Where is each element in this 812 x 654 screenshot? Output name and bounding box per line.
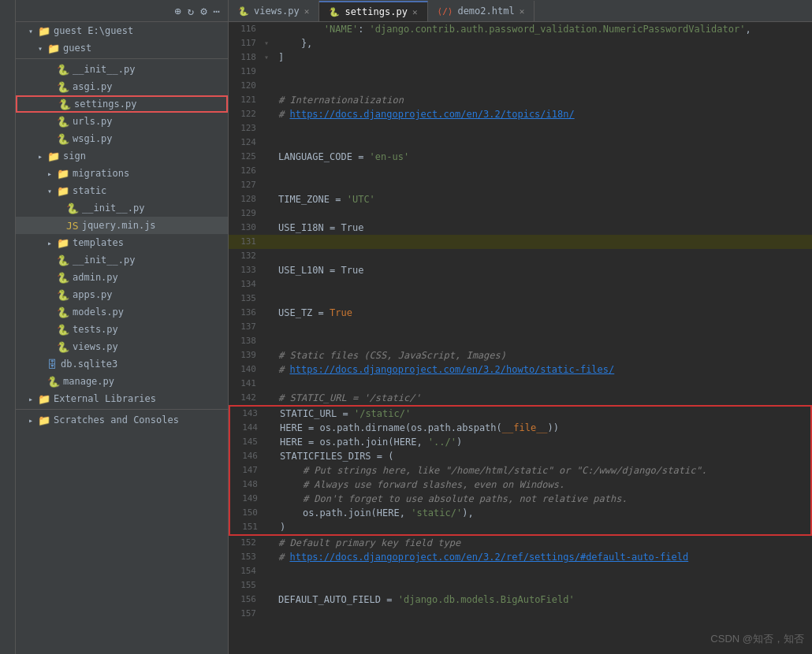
tree-item-tests[interactable]: 🐍tests.py bbox=[16, 321, 228, 338]
code-line-138: 138 bbox=[229, 334, 812, 348]
tab-close-btn[interactable]: ✕ bbox=[520, 6, 525, 17]
line-number: 137 bbox=[229, 320, 264, 334]
code-line-129: 129 bbox=[229, 206, 812, 221]
file-tree-panel: ⊕ ↻ ⚙ ⋯ 📁guest E:\guest📁guest🐍__init__.p… bbox=[16, 0, 229, 654]
tree-item-asgi[interactable]: 🐍asgi.py bbox=[16, 78, 228, 95]
tree-label: templates bbox=[73, 237, 124, 248]
tree-item-models[interactable]: 🐍models.py bbox=[16, 303, 228, 321]
tab-views-py[interactable]: 🐍views.py✕ bbox=[229, 1, 319, 21]
code-line-150: 150 os.path.join(HERE, 'static/'), bbox=[229, 506, 812, 520]
sync-icon[interactable]: ↻ bbox=[186, 4, 196, 18]
fold-indicator: ▾ bbox=[264, 36, 275, 50]
tree-label: apps.py bbox=[73, 289, 113, 300]
tree-label: manage.py bbox=[63, 376, 114, 387]
tree-item-sign[interactable]: 📁sign bbox=[16, 147, 228, 165]
tree-item-wsgi[interactable]: 🐍wsgi.py bbox=[16, 130, 228, 147]
tab-close-btn[interactable]: ✕ bbox=[412, 7, 418, 17]
project-tab[interactable] bbox=[6, 0, 9, 13]
tab-settings-py[interactable]: 🐍settings.py✕ bbox=[319, 1, 427, 21]
tree-label: tests.py bbox=[73, 324, 118, 335]
tree-item-init2[interactable]: 🐍__init__.py bbox=[16, 199, 228, 217]
code-text: # Default primary key field type bbox=[275, 536, 812, 550]
code-line-144: 144HERE = os.path.dirname(os.path.abspat… bbox=[229, 421, 812, 435]
code-line-119: 119 bbox=[229, 65, 812, 79]
tree-item-templates[interactable]: 📁templates bbox=[16, 234, 228, 251]
code-text: STATIC_URL = '/static/' bbox=[277, 407, 810, 421]
line-number: 149 bbox=[230, 492, 266, 506]
more-icon[interactable]: ⋯ bbox=[212, 4, 222, 18]
py-icon: 🐍 bbox=[47, 376, 60, 388]
tree-label: sign bbox=[63, 150, 86, 162]
line-number: 127 bbox=[229, 178, 264, 192]
code-line-118: 118▾] bbox=[229, 50, 812, 65]
line-number: 153 bbox=[229, 550, 264, 564]
code-text: USE_TZ = True bbox=[275, 306, 812, 320]
line-number: 125 bbox=[229, 150, 264, 164]
py-icon: 🐍 bbox=[57, 341, 69, 353]
code-line-154: 154 bbox=[229, 564, 812, 578]
py-icon: 🐍 bbox=[57, 64, 69, 76]
tree-divider bbox=[16, 58, 228, 59]
tree-label: External Libraries bbox=[54, 393, 156, 404]
tree-label: db.sqlite3 bbox=[61, 359, 117, 370]
tree-item-manage[interactable]: 🐍manage.py bbox=[16, 373, 228, 390]
tree-item-guest-root[interactable]: 📁guest E:\guest bbox=[16, 22, 228, 39]
line-number: 144 bbox=[230, 421, 266, 435]
tree-label: migrations bbox=[73, 168, 129, 179]
line-number: 155 bbox=[229, 578, 264, 593]
settings-icon[interactable]: ⚙ bbox=[199, 4, 208, 18]
tree-label: urls.py bbox=[73, 116, 113, 127]
py-icon: 🐍 bbox=[57, 324, 69, 336]
tree-item-init1[interactable]: 🐍__init__.py bbox=[16, 61, 228, 78]
tree-item-guest-pkg[interactable]: 📁guest bbox=[16, 39, 228, 57]
line-number: 122 bbox=[229, 107, 264, 121]
line-number: 132 bbox=[229, 249, 264, 263]
add-icon[interactable]: ⊕ bbox=[173, 4, 182, 18]
tab-label: views.py bbox=[254, 6, 300, 17]
code-text: # Internationalization bbox=[275, 93, 812, 107]
tree-item-admin[interactable]: 🐍admin.py bbox=[16, 269, 228, 286]
py-icon: 🐍 bbox=[57, 255, 69, 266]
line-number: 121 bbox=[229, 93, 264, 107]
line-number: 116 bbox=[229, 22, 264, 36]
js-icon: JS bbox=[66, 220, 79, 232]
structure-tab[interactable] bbox=[6, 641, 9, 654]
code-line-146: 146STATICFILES_DIRS = ( bbox=[229, 449, 812, 463]
tab-demo2-html[interactable]: ⟨/⟩demo2.html✕ bbox=[428, 1, 535, 21]
tree-item-urls[interactable]: 🐍urls.py bbox=[16, 113, 228, 130]
tree-label: jquery.min.js bbox=[82, 220, 156, 231]
tree-item-db[interactable]: 🗄db.sqlite3 bbox=[16, 355, 228, 373]
line-number: 118 bbox=[229, 50, 264, 65]
line-number: 140 bbox=[229, 362, 264, 377]
tree-item-settings[interactable]: 🐍settings.py bbox=[16, 95, 228, 113]
tree-item-jquery[interactable]: JSjquery.min.js bbox=[16, 217, 228, 234]
tree-item-init3[interactable]: 🐍__init__.py bbox=[16, 251, 228, 269]
tree-label: static bbox=[73, 185, 106, 196]
code-line-148: 148 # Always use forward slashes, even o… bbox=[229, 477, 812, 492]
code-text: ] bbox=[275, 50, 812, 65]
tree-item-ext-libs[interactable]: 📁External Libraries bbox=[16, 390, 228, 407]
py-icon: 🐍 bbox=[57, 81, 69, 93]
editor-content: 116 'NAME': 'django.contrib.auth.passwor… bbox=[229, 22, 812, 654]
panel-header: ⊕ ↻ ⚙ ⋯ bbox=[16, 0, 228, 22]
code-text: # https://docs.djangoproject.com/en/3.2/… bbox=[275, 550, 812, 564]
folder-icon: 📁 bbox=[38, 393, 50, 405]
code-line-125: 125LANGUAGE_CODE = 'en-us' bbox=[229, 150, 812, 164]
tree-label: models.py bbox=[73, 307, 124, 318]
line-number: 139 bbox=[229, 348, 264, 362]
tree-item-scratches[interactable]: 📁Scratches and Consoles bbox=[16, 411, 228, 429]
tab-close-btn[interactable]: ✕ bbox=[304, 6, 310, 17]
folder-icon: 📁 bbox=[47, 43, 60, 54]
tree-item-migrations-arrow[interactable]: 📁migrations bbox=[16, 165, 228, 182]
code-text: ) bbox=[277, 520, 810, 534]
sidebar-tabs bbox=[0, 0, 16, 654]
line-number: 152 bbox=[229, 536, 264, 550]
tree-item-views2[interactable]: 🐍views.py bbox=[16, 338, 228, 355]
tree-arrow bbox=[47, 169, 57, 178]
code-text: USE_I18N = True bbox=[275, 221, 812, 235]
code-line-149: 149 # Don't forget to use absolute paths… bbox=[229, 492, 812, 506]
tree-item-static[interactable]: 📁static bbox=[16, 182, 228, 199]
tree-item-apps[interactable]: 🐍apps.py bbox=[16, 286, 228, 303]
py-icon: 🐍 bbox=[58, 98, 71, 110]
code-line-142: 142# STATIC_URL = '/static/' bbox=[229, 391, 812, 405]
